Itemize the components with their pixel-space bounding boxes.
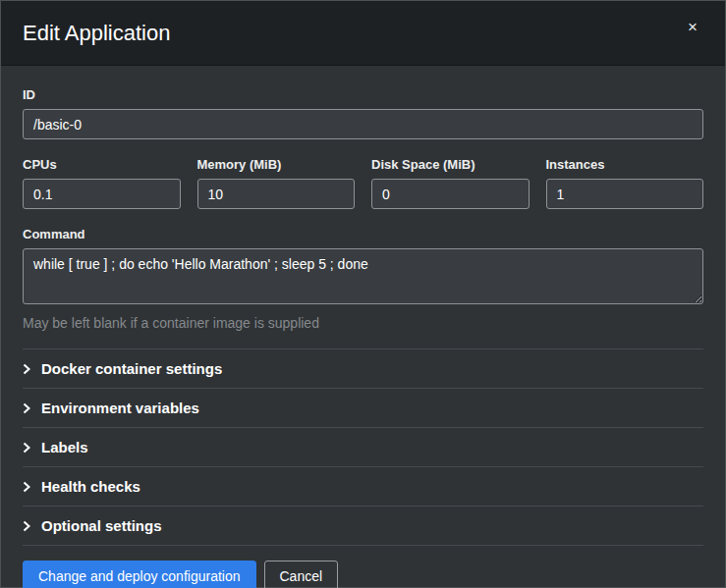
modal-header: Edit Application × (1, 1, 725, 66)
modal-footer: Change and deploy configuration Cancel (1, 546, 725, 588)
cancel-button[interactable]: Cancel (264, 561, 339, 588)
memory-label: Memory (MiB) (197, 157, 356, 172)
cpus-input[interactable] (23, 179, 181, 209)
disk-field-group: Disk Space (MiB) (371, 157, 530, 209)
modal-title: Edit Application (23, 21, 170, 46)
section-health-checks[interactable]: Health checks (23, 466, 703, 506)
id-label: ID (23, 87, 703, 102)
memory-input[interactable] (197, 179, 356, 209)
section-label: Labels (41, 439, 88, 455)
section-labels[interactable]: Labels (23, 427, 703, 466)
section-label: Optional settings (41, 517, 162, 534)
disk-label: Disk Space (MiB) (371, 157, 530, 172)
section-label: Health checks (41, 478, 140, 495)
instances-input[interactable] (546, 179, 704, 209)
instances-label: Instances (546, 157, 704, 172)
id-input[interactable] (23, 109, 703, 139)
cpus-field-group: CPUs (23, 157, 181, 209)
chevron-right-icon (23, 363, 30, 375)
section-docker-container-settings[interactable]: Docker container settings (23, 348, 703, 388)
edit-application-modal: Edit Application × ID CPUs Memory (MiB) … (0, 0, 726, 588)
chevron-right-icon (23, 481, 30, 493)
instances-field-group: Instances (546, 157, 704, 209)
chevron-right-icon (23, 520, 30, 532)
change-and-deploy-button[interactable]: Change and deploy configuration (23, 561, 256, 588)
command-field-group: Command while [ true ] ; do echo 'Hello … (23, 227, 703, 331)
resources-row: CPUs Memory (MiB) Disk Space (MiB) Insta… (23, 157, 703, 209)
modal-body: ID CPUs Memory (MiB) Disk Space (MiB) In… (1, 66, 725, 546)
section-optional-settings[interactable]: Optional settings (23, 506, 703, 546)
section-label: Environment variables (41, 400, 199, 416)
cpus-label: CPUs (23, 157, 181, 172)
id-field-group: ID (23, 87, 703, 139)
section-label: Docker container settings (41, 360, 222, 377)
collapsible-sections: Docker container settings Environment va… (23, 348, 703, 546)
disk-input[interactable] (371, 179, 530, 209)
command-label: Command (23, 227, 703, 241)
memory-field-group: Memory (MiB) (197, 157, 356, 209)
section-environment-variables[interactable]: Environment variables (23, 388, 703, 427)
command-help-text: May be left blank if a container image i… (23, 315, 703, 331)
command-textarea[interactable]: while [ true ] ; do echo 'Hello Marathon… (23, 248, 703, 304)
chevron-right-icon (23, 442, 30, 454)
chevron-right-icon (23, 402, 30, 414)
close-icon[interactable]: × (684, 15, 701, 39)
